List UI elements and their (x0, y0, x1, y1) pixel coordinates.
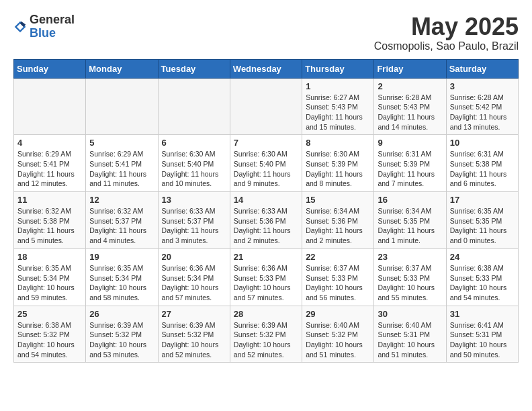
sunrise-text: Sunrise: 6:38 AM (450, 264, 504, 272)
daylight-text: Daylight: 11 hours and 13 minutes. (450, 113, 507, 131)
day-number: 14 (234, 195, 298, 205)
calendar-cell: 13Sunrise: 6:33 AMSunset: 5:37 PMDayligh… (158, 192, 230, 249)
sunset-text: Sunset: 5:32 PM (162, 330, 214, 338)
day-info: Sunrise: 6:40 AMSunset: 5:32 PMDaylight:… (306, 320, 370, 360)
page-header: General Blue May 2025 Cosmopolis, Sao Pa… (13, 13, 519, 52)
day-info: Sunrise: 6:30 AMSunset: 5:40 PMDaylight:… (162, 149, 226, 189)
calendar-cell: 23Sunrise: 6:37 AMSunset: 5:33 PMDayligh… (374, 248, 446, 306)
day-number: 9 (378, 138, 442, 148)
calendar-cell: 29Sunrise: 6:40 AMSunset: 5:32 PMDayligh… (302, 306, 374, 363)
day-info: Sunrise: 6:34 AMSunset: 5:35 PMDaylight:… (378, 206, 442, 246)
calendar-cell (158, 78, 230, 135)
calendar-cell: 16Sunrise: 6:34 AMSunset: 5:35 PMDayligh… (374, 192, 446, 249)
sunrise-text: Sunrise: 6:36 AM (234, 264, 287, 272)
calendar-cell: 31Sunrise: 6:41 AMSunset: 5:31 PMDayligh… (446, 306, 518, 363)
day-number: 23 (378, 252, 442, 262)
day-number: 28 (234, 309, 298, 319)
calendar-cell: 4Sunrise: 6:29 AMSunset: 5:41 PMDaylight… (14, 135, 86, 192)
daylight-text: Daylight: 10 hours and 56 minutes. (306, 283, 363, 302)
sunset-text: Sunset: 5:31 PM (450, 330, 502, 338)
sunrise-text: Sunrise: 6:40 AM (306, 321, 359, 329)
day-number: 19 (89, 252, 154, 262)
calendar-cell: 2Sunrise: 6:28 AMSunset: 5:43 PMDaylight… (374, 78, 446, 135)
calendar-cell: 7Sunrise: 6:30 AMSunset: 5:40 PMDaylight… (230, 135, 302, 192)
daylight-text: Daylight: 10 hours and 52 minutes. (234, 340, 291, 359)
day-info: Sunrise: 6:38 AMSunset: 5:32 PMDaylight:… (17, 320, 82, 360)
day-number: 26 (89, 309, 154, 319)
day-info: Sunrise: 6:35 AMSunset: 5:34 PMDaylight:… (89, 263, 154, 303)
day-info: Sunrise: 6:33 AMSunset: 5:37 PMDaylight:… (162, 206, 226, 246)
calendar-week-row: 1Sunrise: 6:27 AMSunset: 5:43 PMDaylight… (14, 78, 519, 135)
calendar-cell: 15Sunrise: 6:34 AMSunset: 5:36 PMDayligh… (302, 192, 374, 249)
daylight-text: Daylight: 11 hours and 2 minutes. (234, 226, 291, 244)
day-number: 8 (306, 138, 370, 148)
calendar-cell: 21Sunrise: 6:36 AMSunset: 5:33 PMDayligh… (230, 248, 302, 306)
calendar-cell: 25Sunrise: 6:38 AMSunset: 5:32 PMDayligh… (14, 306, 86, 363)
day-number: 10 (450, 138, 515, 148)
logo-text: General Blue (30, 13, 75, 40)
sunset-text: Sunset: 5:31 PM (378, 330, 430, 338)
day-info: Sunrise: 6:33 AMSunset: 5:36 PMDaylight:… (234, 206, 298, 246)
month-title: May 2025 (374, 13, 519, 40)
calendar-body: 1Sunrise: 6:27 AMSunset: 5:43 PMDaylight… (14, 78, 519, 363)
day-info: Sunrise: 6:31 AMSunset: 5:39 PMDaylight:… (378, 149, 442, 189)
day-number: 6 (162, 138, 226, 148)
day-number: 25 (17, 309, 82, 319)
sunset-text: Sunset: 5:41 PM (89, 160, 142, 168)
day-info: Sunrise: 6:31 AMSunset: 5:38 PMDaylight:… (450, 149, 515, 189)
day-number: 16 (378, 195, 442, 205)
sunset-text: Sunset: 5:36 PM (234, 217, 286, 225)
day-number: 21 (234, 252, 298, 262)
calendar-cell: 24Sunrise: 6:38 AMSunset: 5:33 PMDayligh… (446, 248, 518, 306)
daylight-text: Daylight: 10 hours and 53 minutes. (89, 340, 146, 359)
day-info: Sunrise: 6:41 AMSunset: 5:31 PMDaylight:… (450, 320, 515, 360)
calendar-cell: 11Sunrise: 6:32 AMSunset: 5:38 PMDayligh… (14, 192, 86, 249)
weekday-header: Saturday (446, 59, 518, 78)
sunset-text: Sunset: 5:39 PM (306, 160, 358, 168)
calendar-cell: 27Sunrise: 6:39 AMSunset: 5:32 PMDayligh… (158, 306, 230, 363)
day-info: Sunrise: 6:32 AMSunset: 5:38 PMDaylight:… (17, 206, 82, 246)
sunrise-text: Sunrise: 6:32 AM (89, 207, 143, 215)
day-info: Sunrise: 6:36 AMSunset: 5:34 PMDaylight:… (162, 263, 226, 303)
day-info: Sunrise: 6:39 AMSunset: 5:32 PMDaylight:… (162, 320, 226, 360)
sunset-text: Sunset: 5:32 PM (234, 330, 286, 338)
day-info: Sunrise: 6:37 AMSunset: 5:33 PMDaylight:… (306, 263, 370, 303)
calendar-cell: 19Sunrise: 6:35 AMSunset: 5:34 PMDayligh… (86, 248, 158, 306)
weekday-header: Monday (86, 59, 158, 78)
sunset-text: Sunset: 5:38 PM (17, 217, 70, 225)
calendar-cell: 6Sunrise: 6:30 AMSunset: 5:40 PMDaylight… (158, 135, 230, 192)
calendar-cell: 22Sunrise: 6:37 AMSunset: 5:33 PMDayligh… (302, 248, 374, 306)
sunrise-text: Sunrise: 6:29 AM (89, 150, 143, 158)
daylight-text: Daylight: 11 hours and 14 minutes. (378, 113, 435, 131)
sunrise-text: Sunrise: 6:39 AM (162, 321, 216, 329)
day-info: Sunrise: 6:37 AMSunset: 5:33 PMDaylight:… (378, 263, 442, 303)
calendar-cell: 8Sunrise: 6:30 AMSunset: 5:39 PMDaylight… (302, 135, 374, 192)
calendar-cell: 26Sunrise: 6:39 AMSunset: 5:32 PMDayligh… (86, 306, 158, 363)
calendar-cell: 28Sunrise: 6:39 AMSunset: 5:32 PMDayligh… (230, 306, 302, 363)
sunrise-text: Sunrise: 6:28 AM (378, 93, 431, 101)
day-info: Sunrise: 6:28 AMSunset: 5:43 PMDaylight:… (378, 93, 442, 132)
sunset-text: Sunset: 5:34 PM (89, 274, 142, 282)
sunset-text: Sunset: 5:32 PM (306, 330, 358, 338)
sunrise-text: Sunrise: 6:35 AM (450, 207, 504, 215)
sunset-text: Sunset: 5:35 PM (450, 217, 502, 225)
sunset-text: Sunset: 5:32 PM (89, 330, 142, 338)
sunrise-text: Sunrise: 6:31 AM (378, 150, 431, 158)
day-number: 7 (234, 138, 298, 148)
daylight-text: Daylight: 11 hours and 8 minutes. (306, 170, 363, 188)
sunrise-text: Sunrise: 6:37 AM (378, 264, 431, 272)
sunset-text: Sunset: 5:32 PM (17, 330, 70, 338)
calendar-cell: 3Sunrise: 6:28 AMSunset: 5:42 PMDaylight… (446, 78, 518, 135)
day-number: 1 (306, 81, 370, 91)
day-number: 4 (17, 138, 82, 148)
calendar-cell: 30Sunrise: 6:40 AMSunset: 5:31 PMDayligh… (374, 306, 446, 363)
sunrise-text: Sunrise: 6:28 AM (450, 93, 504, 101)
sunrise-text: Sunrise: 6:31 AM (450, 150, 504, 158)
daylight-text: Daylight: 11 hours and 15 minutes. (306, 113, 363, 131)
sunset-text: Sunset: 5:40 PM (234, 160, 286, 168)
calendar-cell: 10Sunrise: 6:31 AMSunset: 5:38 PMDayligh… (446, 135, 518, 192)
daylight-text: Daylight: 11 hours and 11 minutes. (89, 170, 146, 188)
sunset-text: Sunset: 5:33 PM (306, 274, 358, 282)
calendar-cell: 1Sunrise: 6:27 AMSunset: 5:43 PMDaylight… (302, 78, 374, 135)
day-number: 15 (306, 195, 370, 205)
